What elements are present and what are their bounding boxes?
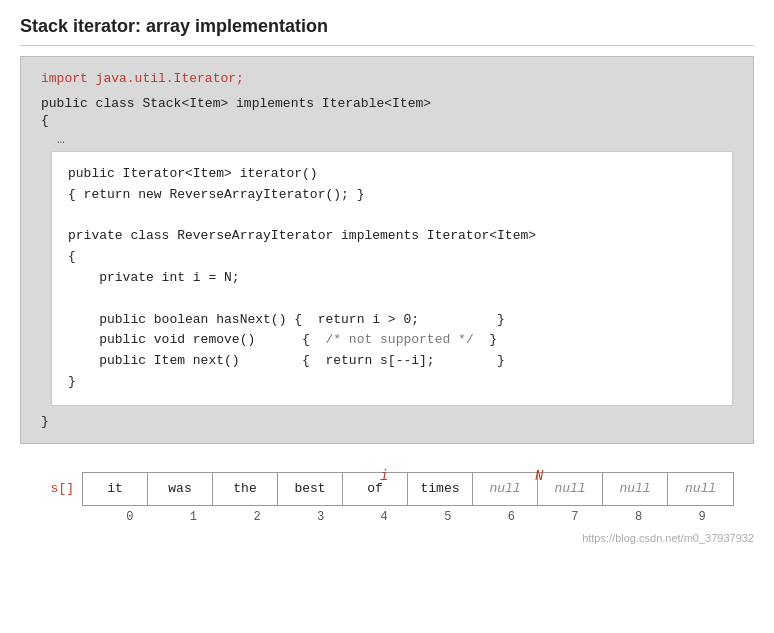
page-title: Stack iterator: array implementation bbox=[20, 16, 754, 46]
watermark: https://blog.csdn.net/m0_37937932 bbox=[20, 532, 754, 544]
code-import: import java.util.Iterator; bbox=[41, 71, 733, 86]
code-class-decl: public class Stack<Item> implements Iter… bbox=[41, 96, 733, 111]
code-inner-line-6 bbox=[68, 289, 716, 310]
code-inner-line-3: private class ReverseArrayIterator imple… bbox=[68, 226, 716, 247]
array-cell-8: null bbox=[603, 473, 668, 505]
array-name: s[] bbox=[40, 481, 74, 496]
array-section: i N s[] itwasthebestoftimesnullnullnulln… bbox=[20, 468, 754, 524]
code-inner-box: public Iterator<Item> iterator() { retur… bbox=[51, 151, 733, 406]
array-indices-row: 0123456789 bbox=[98, 510, 734, 524]
array-cell-4: of bbox=[343, 473, 408, 505]
label-i: i bbox=[380, 468, 388, 484]
array-cell-3: best bbox=[278, 473, 343, 505]
array-index-9: 9 bbox=[670, 510, 734, 524]
array-cell-0: it bbox=[83, 473, 148, 505]
code-inner-line-0: public Iterator<Item> iterator() bbox=[68, 164, 716, 185]
code-inner-line-2 bbox=[68, 206, 716, 227]
array-index-4: 4 bbox=[352, 510, 416, 524]
array-index-0: 0 bbox=[98, 510, 162, 524]
array-cell-9: null bbox=[668, 473, 733, 505]
array-index-2: 2 bbox=[225, 510, 289, 524]
code-outer-box: import java.util.Iterator; public class … bbox=[20, 56, 754, 444]
code-inner-line-7: public boolean hasNext() { return i > 0;… bbox=[68, 310, 716, 331]
array-cell-6: null bbox=[473, 473, 538, 505]
array-cells: itwasthebestoftimesnullnullnullnull bbox=[82, 472, 734, 506]
page-container: Stack iterator: array implementation imp… bbox=[0, 0, 774, 633]
array-cell-5: times bbox=[408, 473, 473, 505]
code-brace-outer-close: } bbox=[41, 414, 733, 429]
code-inner-line-4: { bbox=[68, 247, 716, 268]
array-index-7: 7 bbox=[543, 510, 607, 524]
array-cell-1: was bbox=[148, 473, 213, 505]
array-index-1: 1 bbox=[162, 510, 226, 524]
array-cell-2: the bbox=[213, 473, 278, 505]
code-ellipsis: … bbox=[57, 132, 733, 147]
code-inner-line-5: private int i = N; bbox=[68, 268, 716, 289]
code-inner-line-1: { return new ReverseArrayIterator(); } bbox=[68, 185, 716, 206]
code-inner-line-8: public void remove() { /* not supported … bbox=[68, 330, 716, 351]
array-index-8: 8 bbox=[607, 510, 671, 524]
array-index-6: 6 bbox=[480, 510, 544, 524]
array-index-3: 3 bbox=[289, 510, 353, 524]
code-inner-line-10: } bbox=[68, 372, 716, 393]
array-cell-7: null bbox=[538, 473, 603, 505]
label-n: N bbox=[535, 468, 543, 484]
array-index-5: 5 bbox=[416, 510, 480, 524]
code-brace-outer-open: { bbox=[41, 113, 733, 128]
code-inner-line-9: public Item next() { return s[--i]; } bbox=[68, 351, 716, 372]
